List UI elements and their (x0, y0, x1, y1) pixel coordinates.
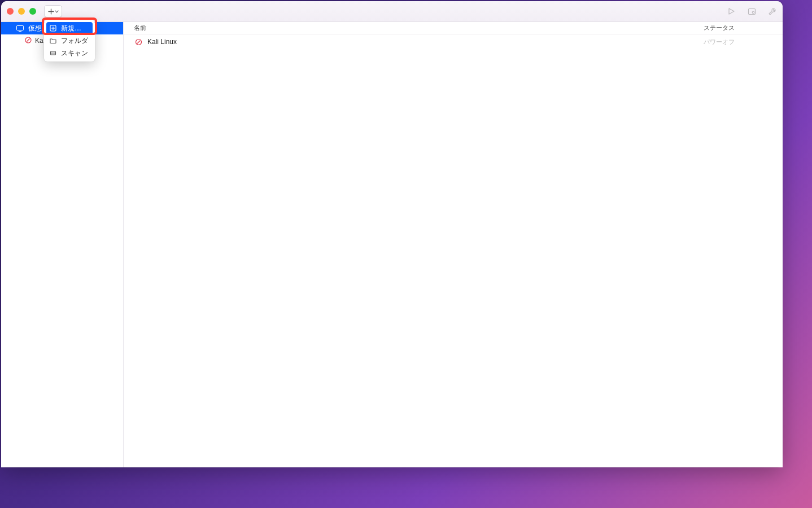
stop-icon (134, 37, 143, 46)
scan-icon (50, 50, 56, 56)
column-header-name[interactable]: 名前 (124, 24, 704, 32)
main-panel: 名前 ステータス Kali Linux パワーオフ (124, 22, 783, 467)
sidebar-group-label: 仮想 (28, 24, 42, 33)
column-header-status[interactable]: ステータス (704, 24, 783, 32)
maximize-window-button[interactable] (29, 8, 36, 15)
wrench-icon (768, 7, 776, 16)
svg-point-1 (752, 11, 754, 14)
display-icon (16, 24, 24, 32)
close-window-button[interactable] (7, 8, 14, 15)
add-dropdown-menu: 新規… フォルダ スキャン (44, 20, 95, 62)
sidebar: 仮想 Ka (1, 22, 124, 467)
minimize-window-button[interactable] (18, 8, 25, 15)
traffic-lights (7, 8, 36, 15)
window-body: 仮想 Ka 名前 ステータス (1, 22, 783, 467)
table-header: 名前 ステータス (124, 22, 783, 34)
new-icon (50, 25, 56, 32)
menu-item-scan[interactable]: スキャン (46, 47, 93, 59)
play-button[interactable] (725, 5, 737, 17)
vm-name: Kali Linux (147, 38, 177, 46)
chevron-down-icon (55, 10, 59, 14)
menu-item-new[interactable]: 新規… (46, 22, 93, 34)
row-name-cell: Kali Linux (124, 37, 704, 46)
svg-rect-2 (16, 25, 23, 30)
sidebar-item-label: Ka (35, 37, 43, 45)
play-icon (727, 7, 735, 15)
app-window: 仮想 Ka 名前 ステータス (1, 1, 783, 467)
folder-icon (50, 37, 56, 44)
menu-item-label: スキャン (61, 49, 88, 58)
tools-button[interactable] (766, 5, 778, 17)
settings-window-button[interactable] (745, 5, 758, 17)
menu-item-folder[interactable]: フォルダ (46, 34, 93, 47)
vm-status: パワーオフ (704, 38, 783, 46)
menu-item-label: 新規… (61, 24, 81, 33)
menu-item-label: フォルダ (61, 36, 88, 46)
add-dropdown-button[interactable] (44, 5, 62, 17)
titlebar (1, 1, 783, 22)
toolbar-right (725, 5, 778, 17)
plus-icon (48, 8, 54, 15)
stop-icon (25, 37, 32, 45)
table-row[interactable]: Kali Linux パワーオフ (124, 34, 783, 49)
settings-icon (748, 7, 756, 16)
